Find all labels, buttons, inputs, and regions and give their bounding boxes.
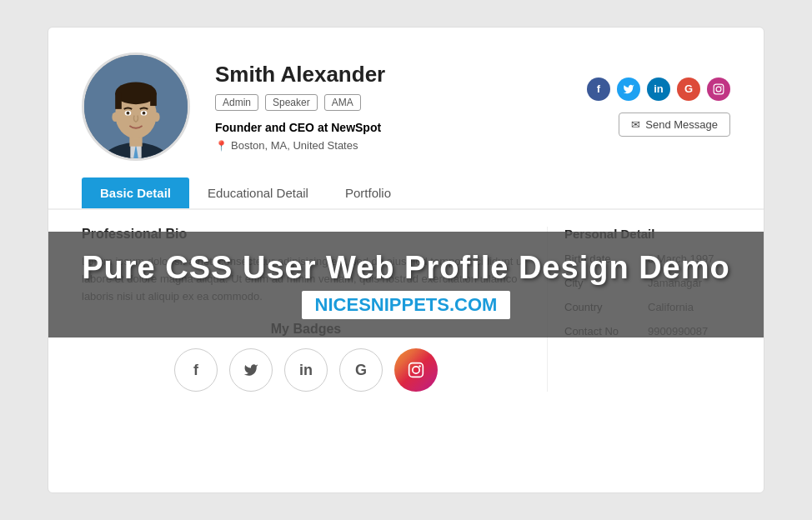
svg-point-16 xyxy=(153,112,160,122)
tab-educational-detail[interactable]: Educational Detail xyxy=(189,178,327,208)
linkedin-icon[interactable]: in xyxy=(647,78,670,101)
tag-speaker: Speaker xyxy=(265,94,318,111)
tag-admin: Admin xyxy=(215,94,258,111)
svg-point-15 xyxy=(112,112,118,122)
send-message-button[interactable]: ✉ Send Message xyxy=(619,112,730,137)
badge-google[interactable]: G xyxy=(339,348,383,392)
profile-tags: Admin Speaker AMA xyxy=(215,94,562,111)
tab-portfolio[interactable]: Portfolio xyxy=(327,178,409,208)
svg-point-19 xyxy=(721,86,722,87)
svg-point-21 xyxy=(413,367,419,373)
tag-ama: AMA xyxy=(324,94,361,111)
location-icon: 📍 xyxy=(215,140,228,152)
svg-point-14 xyxy=(143,112,146,115)
badge-facebook[interactable]: f xyxy=(174,348,218,392)
profile-info: Smith Alexander Admin Speaker AMA Founde… xyxy=(215,62,562,152)
profile-name: Smith Alexander xyxy=(215,62,562,88)
profile-card: Smith Alexander Admin Speaker AMA Founde… xyxy=(48,27,764,493)
avatar xyxy=(82,52,190,161)
avatar-container xyxy=(82,52,190,161)
social-icons: f in G xyxy=(587,78,730,101)
badge-twitter[interactable] xyxy=(229,348,273,392)
social-actions: f in G ✉ Send Message xyxy=(587,78,730,137)
svg-point-18 xyxy=(716,87,721,92)
svg-point-22 xyxy=(419,366,421,368)
facebook-icon[interactable]: f xyxy=(587,78,610,101)
overlay-title: Pure CSS User Web Profile Design Demo xyxy=(65,250,747,286)
profile-header: Smith Alexander Admin Speaker AMA Founde… xyxy=(48,28,764,178)
badge-linkedin[interactable]: in xyxy=(284,348,328,392)
overlay-banner: Pure CSS User Web Profile Design Demo NI… xyxy=(48,232,764,338)
svg-rect-9 xyxy=(115,93,122,109)
tab-basic-detail[interactable]: Basic Detail xyxy=(82,178,189,208)
instagram-icon[interactable] xyxy=(707,78,730,101)
company-name: NewSpot xyxy=(331,121,381,134)
svg-rect-10 xyxy=(150,93,157,106)
brand-label: NICESNIPPETS.COM xyxy=(302,291,511,319)
svg-rect-20 xyxy=(409,363,424,378)
profile-location: 📍 Boston, MA, United States xyxy=(215,139,562,152)
envelope-icon: ✉ xyxy=(631,118,640,131)
tabs-container: Basic Detail Educational Detail Portfoli… xyxy=(48,178,764,210)
badges-row: f in G xyxy=(82,348,530,392)
badge-instagram[interactable] xyxy=(394,348,438,392)
svg-rect-17 xyxy=(714,84,724,94)
profile-title: Founder and CEO at NewSpot xyxy=(215,121,562,134)
twitter-icon[interactable] xyxy=(617,78,640,101)
google-icon[interactable]: G xyxy=(677,78,700,101)
svg-point-13 xyxy=(127,112,130,115)
